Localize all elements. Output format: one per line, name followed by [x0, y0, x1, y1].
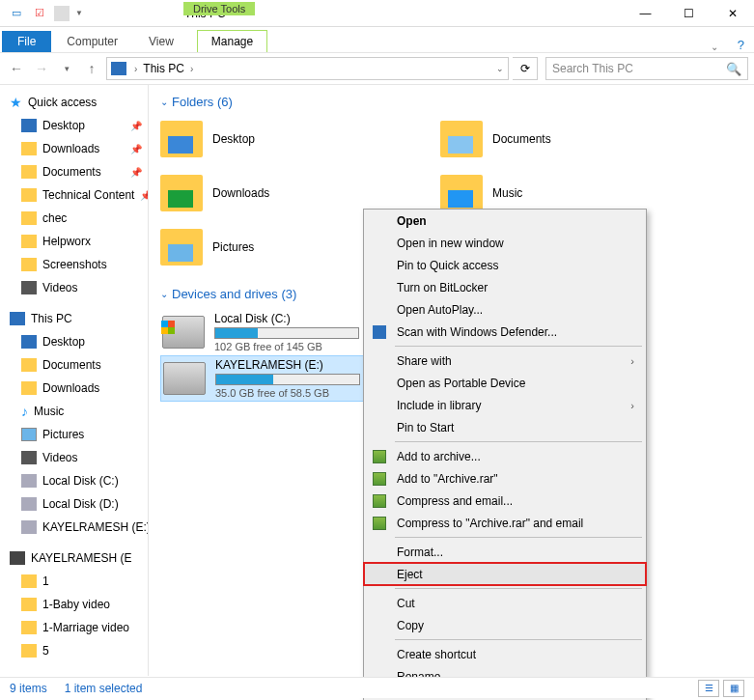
drive-icon [21, 497, 37, 511]
ctx-bitlocker[interactable]: Turn on BitLocker [364, 276, 646, 298]
view-tab[interactable]: View [133, 31, 189, 52]
ctx-label: Share with [397, 354, 452, 368]
address-bar[interactable]: › This PC › ⌄ [106, 57, 509, 80]
sidebar-item-videos[interactable]: Videos [0, 276, 148, 299]
new-folder-icon[interactable]: ☑ [31, 5, 48, 22]
ctx-label: Add to archive... [397, 450, 481, 463]
qat-dropdown-icon[interactable]: ▼ [75, 9, 83, 17]
sidebar-item-desktop[interactable]: Desktop📌 [0, 114, 148, 137]
forward-button[interactable]: → [31, 58, 52, 79]
drive-icon [163, 362, 206, 395]
ctx-label: Compress to "Archive.rar" and email [397, 517, 583, 530]
undo-icon[interactable] [54, 6, 70, 21]
sidebar-item-downloads[interactable]: Downloads📌 [0, 137, 148, 160]
ctx-compress-email[interactable]: Compress and email... [364, 490, 646, 512]
sidebar-item-kayelramesh[interactable]: KAYELRAMESH (E:) [0, 516, 148, 539]
sidebar-item-desktop-pc[interactable]: Desktop [0, 330, 148, 353]
ctx-cut[interactable]: Cut [364, 592, 646, 614]
sidebar-item-documents-pc[interactable]: Documents [0, 353, 148, 377]
sidebar-label: Documents [42, 165, 101, 179]
ctx-label: Scan with Windows Defender... [397, 325, 557, 339]
ctx-share-with[interactable]: Share with› [364, 350, 646, 372]
ctx-compress-rar-email[interactable]: Compress to "Archive.rar" and email [364, 512, 646, 534]
ctx-add-archive[interactable]: Add to archive... [364, 445, 646, 467]
sidebar-item-marriage-video[interactable]: 1-Marriage video [0, 616, 148, 639]
sidebar-label: Videos [42, 451, 77, 464]
properties-icon[interactable]: ▭ [8, 5, 25, 22]
ctx-pin-quick-access[interactable]: Pin to Quick access [364, 254, 646, 276]
sidebar-item-chec[interactable]: chec [0, 207, 148, 230]
maximize-button[interactable]: ☐ [667, 0, 711, 27]
video-icon [21, 281, 37, 294]
sidebar-label: chec [42, 211, 67, 225]
sidebar-item-folder-5[interactable]: 5 [0, 639, 148, 662]
ribbon-tabs: File Computer View Manage ⌄ ? [0, 27, 754, 52]
manage-tab[interactable]: Manage [197, 30, 267, 52]
recent-dropdown[interactable]: ▾ [56, 58, 77, 79]
folder-icon [160, 121, 203, 157]
help-icon[interactable]: ? [728, 38, 754, 52]
sidebar-item-downloads-pc[interactable]: Downloads [0, 377, 148, 400]
sidebar-external-drive[interactable]: KAYELRAMESH (E [0, 546, 148, 570]
view-icons-button[interactable]: ▦ [723, 680, 744, 697]
file-tab[interactable]: File [2, 31, 51, 52]
sidebar-this-pc[interactable]: This PC [0, 307, 148, 330]
computer-tab[interactable]: Computer [51, 31, 133, 52]
tile-label: Pictures [212, 240, 254, 254]
sidebar-item-local-disk-d[interactable]: Local Disk (D:) [0, 492, 148, 516]
ribbon-expand-icon[interactable]: ⌄ [701, 42, 728, 52]
close-button[interactable]: ✕ [711, 0, 754, 27]
ctx-eject[interactable]: Eject [364, 563, 646, 585]
winrar-icon [372, 516, 387, 531]
ctx-separator [395, 441, 642, 442]
drives-header-label: Devices and drives (3) [172, 287, 296, 301]
ctx-scan-defender[interactable]: Scan with Windows Defender... [364, 321, 646, 343]
address-dropdown-icon[interactable]: ⌄ [496, 64, 504, 73]
folder-icon [21, 598, 37, 611]
breadcrumb-this-pc[interactable]: This PC [139, 62, 188, 75]
crumb-sep-icon[interactable]: › [188, 64, 195, 74]
ctx-open[interactable]: Open [364, 210, 646, 232]
sidebar-item-videos-pc[interactable]: Videos [0, 446, 148, 469]
drive-name: KAYELRAMESH (E:) [215, 358, 360, 372]
sidebar-label: Documents [42, 358, 101, 372]
sidebar-label: Desktop [42, 119, 85, 132]
sidebar-item-helpworx[interactable]: Helpworx [0, 230, 148, 253]
ctx-create-shortcut[interactable]: Create shortcut [364, 643, 646, 665]
ctx-add-archive-rar[interactable]: Add to "Archive.rar" [364, 467, 646, 490]
sidebar-item-pictures-pc[interactable]: Pictures [0, 423, 148, 446]
sidebar-quick-access[interactable]: ★ Quick access [0, 91, 148, 114]
ctx-label: Include in library [397, 399, 481, 412]
submenu-arrow-icon: › [630, 355, 634, 367]
ctx-open-new-window[interactable]: Open in new window [364, 232, 646, 254]
view-details-button[interactable]: ☰ [698, 680, 719, 697]
folder-tile-desktop[interactable]: Desktop [160, 117, 402, 161]
folders-section-header[interactable]: ⌄ Folders (6) [160, 95, 742, 109]
ctx-include-library[interactable]: Include in library› [364, 394, 646, 416]
ctx-portable-device[interactable]: Open as Portable Device [364, 372, 646, 394]
up-button[interactable]: ↑ [81, 58, 102, 79]
ctx-autoplay[interactable]: Open AutoPlay... [364, 298, 646, 321]
sidebar-item-technical[interactable]: Technical Content📌 [0, 183, 148, 207]
folder-tile-documents[interactable]: Documents [440, 117, 682, 161]
external-drive-label: KAYELRAMESH (E [31, 551, 131, 565]
sidebar-item-music-pc[interactable]: ♪Music [0, 400, 148, 423]
ctx-copy[interactable]: Copy [364, 614, 646, 636]
navigation-bar: ← → ▾ ↑ › This PC › ⌄ ⟳ Search This PC 🔍 [0, 52, 754, 85]
sidebar-item-baby-video[interactable]: 1-Baby video [0, 593, 148, 616]
desktop-icon [21, 119, 37, 132]
sidebar-item-screenshots[interactable]: Screenshots [0, 253, 148, 276]
refresh-button[interactable]: ⟳ [513, 57, 538, 80]
ctx-format[interactable]: Format... [364, 541, 646, 563]
search-box[interactable]: Search This PC 🔍 [545, 57, 748, 80]
title-bar: ▭ ☑ ▼ This PC — ☐ ✕ [0, 0, 754, 27]
search-icon[interactable]: 🔍 [726, 62, 741, 76]
back-button[interactable]: ← [6, 58, 27, 79]
ctx-pin-start[interactable]: Pin to Start [364, 416, 646, 438]
sidebar-item-folder-1[interactable]: 1 [0, 570, 148, 593]
music-icon: ♪ [21, 404, 28, 419]
crumb-sep-icon[interactable]: › [132, 64, 139, 74]
sidebar-item-documents[interactable]: Documents📌 [0, 160, 148, 183]
minimize-button[interactable]: — [624, 0, 667, 27]
sidebar-item-local-disk-c[interactable]: Local Disk (C:) [0, 469, 148, 492]
